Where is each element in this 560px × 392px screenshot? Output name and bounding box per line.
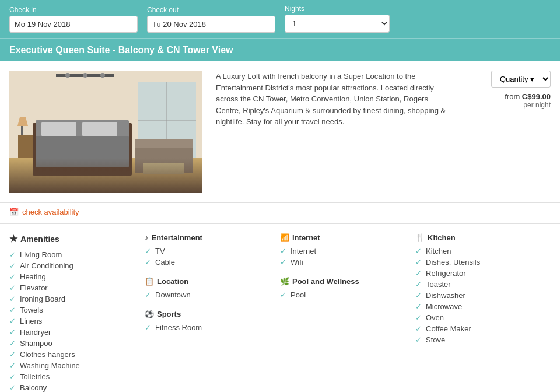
check-icon: ✓ — [145, 323, 153, 332]
svg-rect-15 — [144, 163, 184, 174]
check-availability-link[interactable]: 📅 check availability — [9, 208, 79, 216]
list-item: ✓Washing Machine — [9, 360, 135, 371]
list-item: ✓Oven — [415, 312, 541, 323]
list-item: ✓Microwave — [415, 301, 541, 312]
amenities-column: ★ Amenities ✓Living Room ✓Air Conditioni… — [9, 233, 145, 392]
check-icon: ✓ — [9, 295, 18, 303]
internet-column: 📶 Internet ✓Internet ✓Wifi 🌿 Pool and We… — [280, 233, 415, 392]
list-item: ✓Cable — [145, 257, 271, 268]
location-section: 📋 Location ✓Downtown — [145, 277, 271, 300]
list-item: ✓Refrigerator — [415, 268, 541, 279]
svg-point-17 — [65, 73, 70, 78]
entertainment-column: ♪ Entertainment ✓TV ✓Cable 📋 Location ✓D… — [145, 233, 280, 392]
list-item: ✓Ironing Board — [9, 293, 135, 304]
check-icon: ✓ — [280, 290, 288, 299]
pool-section: 🌿 Pool and Wellness ✓Pool — [280, 277, 406, 300]
svg-rect-9 — [36, 136, 129, 167]
entertainment-section: ♪ Entertainment ✓TV ✓Cable — [145, 233, 271, 268]
check-icon: ✓ — [145, 247, 153, 256]
calendar-icon: 📅 — [9, 208, 19, 216]
list-item: ✓Air Conditioning — [9, 260, 135, 271]
list-item: ✓Toiletries — [9, 371, 135, 382]
price-amount: C$99.00 — [522, 92, 551, 101]
check-icon: ✓ — [9, 250, 18, 259]
check-icon: ✓ — [280, 247, 288, 256]
music-icon: ♪ — [145, 233, 149, 242]
kitchen-section: 🍴 Kitchen ✓Kitchen ✓Dishes, Utensils ✓Re… — [415, 233, 541, 345]
internet-title: Internet — [292, 233, 320, 242]
internet-section: 📶 Internet ✓Internet ✓Wifi — [280, 233, 406, 268]
room-description: A Luxury Loft with french balcony in a S… — [211, 71, 454, 193]
list-item: ✓Heating — [9, 271, 135, 282]
check-icon: ✓ — [9, 372, 18, 381]
nights-label: Nights — [285, 5, 390, 13]
svg-rect-14 — [135, 139, 193, 148]
entertainment-title: Entertainment — [152, 233, 202, 242]
svg-rect-10 — [18, 135, 33, 158]
check-icon: ✓ — [415, 324, 424, 333]
check-icon: ✓ — [9, 361, 18, 370]
pool-header: 🌿 Pool and Wellness — [280, 277, 406, 286]
room-image — [9, 71, 202, 193]
list-item: ✓Living Room — [9, 249, 135, 260]
check-icon: ✓ — [415, 258, 424, 267]
list-item: ✓Fitness Room — [145, 322, 271, 333]
check-availability-label: check availability — [22, 208, 79, 216]
check-icon: ✓ — [9, 383, 18, 392]
list-item: ✓Downtown — [145, 289, 271, 300]
list-item: ✓Pool — [280, 289, 406, 300]
check-icon: ✓ — [9, 328, 18, 337]
wifi-icon: 📶 — [280, 233, 289, 242]
check-icon: ✓ — [415, 280, 424, 289]
list-item: ✓Hairdryer — [9, 327, 135, 338]
amenities-title: Amenities — [20, 235, 60, 244]
check-icon: ✓ — [9, 317, 18, 326]
location-icon: 📋 — [145, 277, 154, 286]
check-icon: ✓ — [415, 247, 424, 256]
check-icon: ✓ — [9, 306, 18, 314]
room-content: A Luxury Loft with french balcony in a S… — [0, 61, 560, 203]
sports-section: ⚽ Sports ✓Fitness Room — [145, 310, 271, 333]
check-availability-row: 📅 check availability — [0, 203, 560, 224]
list-item: ✓Balcony — [9, 382, 135, 392]
check-icon: ✓ — [415, 335, 424, 344]
pool-title: Pool and Wellness — [292, 277, 359, 286]
svg-point-19 — [100, 73, 105, 78]
list-item: ✓Linens — [9, 316, 135, 327]
nights-select[interactable]: 1 2 3 — [285, 15, 390, 33]
checkin-input[interactable] — [9, 16, 138, 33]
entertainment-header: ♪ Entertainment — [145, 233, 271, 242]
list-item: ✓Wifi — [280, 257, 406, 268]
check-icon: ✓ — [145, 258, 153, 267]
check-icon: ✓ — [415, 291, 424, 300]
room-pricing: Quantity ▾ 1 2 from C$99.00 per night — [463, 71, 551, 193]
room-title: Executive Queen Suite - Balcony & CN Tow… — [9, 45, 551, 55]
check-icon: ✓ — [280, 258, 288, 267]
checkout-input[interactable] — [147, 16, 275, 33]
check-icon: ✓ — [9, 350, 18, 359]
list-item: ✓Internet — [280, 246, 406, 257]
amenities-header: ★ Amenities — [9, 233, 135, 244]
svg-rect-13 — [135, 146, 193, 173]
svg-rect-0 — [9, 152, 202, 193]
svg-rect-11 — [21, 126, 23, 135]
kitchen-header: 🍴 Kitchen — [415, 233, 541, 242]
kitchen-column: 🍴 Kitchen ✓Kitchen ✓Dishes, Utensils ✓Re… — [415, 233, 551, 392]
sports-icon: ⚽ — [145, 310, 154, 318]
svg-rect-8 — [82, 122, 117, 136]
check-icon: ✓ — [415, 302, 424, 311]
list-item: ✓Clothes hangers — [9, 349, 135, 360]
check-icon: ✓ — [415, 313, 424, 322]
svg-point-18 — [83, 73, 88, 78]
room-desc-text: A Luxury Loft with french balcony in a S… — [216, 71, 449, 128]
internet-header: 📶 Internet — [280, 233, 406, 242]
quantity-select[interactable]: Quantity ▾ 1 2 — [491, 71, 551, 88]
sports-header: ⚽ Sports — [145, 310, 271, 318]
price-from: from C$99.00 — [505, 92, 551, 101]
check-icon: ✓ — [9, 272, 18, 281]
svg-rect-7 — [41, 122, 76, 136]
checkout-field: Check out — [147, 6, 275, 33]
list-item: ✓Toaster — [415, 279, 541, 290]
check-icon: ✓ — [9, 261, 18, 270]
kitchen-icon: 🍴 — [415, 233, 425, 242]
